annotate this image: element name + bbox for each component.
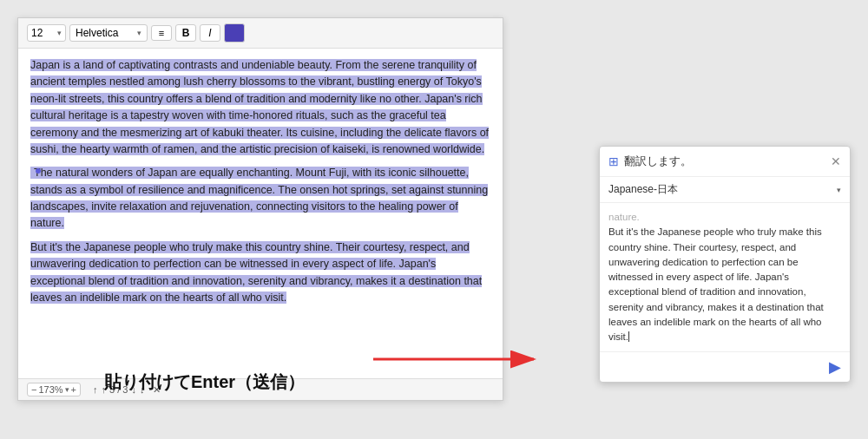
- language-select[interactable]: Japanese-日本 ▾: [600, 177, 850, 203]
- translate-icon: ⊞: [608, 154, 619, 168]
- paragraph-3-text: But it's the Japanese people who truly m…: [30, 241, 482, 304]
- instruction-text: 貼り付けてEnter（送信）: [104, 370, 305, 394]
- font-name-select[interactable]: Helvetica ▾: [69, 24, 148, 42]
- panel-close-button[interactable]: ✕: [831, 155, 841, 167]
- zoom-controls[interactable]: − 173% ▾ +: [27, 383, 81, 396]
- nav-up-1-button[interactable]: ↑: [93, 384, 98, 395]
- document-content[interactable]: Japan is a land of captivating contrasts…: [18, 49, 503, 378]
- send-button[interactable]: ▶: [829, 357, 841, 377]
- textarea-content: nature. But it's the Japanese people who…: [608, 210, 841, 344]
- textarea-main-text: But it's the Japanese people who truly m…: [608, 226, 824, 342]
- font-size-chevron-icon: ▾: [57, 29, 62, 37]
- paragraph-3: But it's the Japanese people who truly m…: [30, 239, 490, 307]
- font-name-value: Helvetica: [76, 27, 118, 39]
- panel-textarea[interactable]: nature. But it's the Japanese people who…: [600, 203, 850, 351]
- textarea-fade-text: nature.: [608, 212, 640, 222]
- italic-button[interactable]: I: [200, 24, 220, 42]
- panel-footer: ▶: [600, 351, 850, 382]
- panel-title: ⊞ 翻訳します。: [608, 154, 692, 169]
- paragraph-2-text: The natural wonders of Japan are equally…: [30, 167, 488, 229]
- paragraph-1: Japan is a land of captivating contrasts…: [30, 57, 490, 158]
- language-value: Japanese-日本: [608, 182, 678, 197]
- text-cursor-icon: [628, 331, 629, 342]
- font-size-select[interactable]: 12 ▾: [27, 24, 66, 42]
- zoom-level: 173%: [38, 384, 62, 395]
- align-button[interactable]: ≡: [151, 25, 172, 41]
- zoom-chevron-icon: ▾: [65, 385, 69, 394]
- zoom-out-icon[interactable]: −: [31, 384, 36, 395]
- font-size-value: 12: [31, 27, 43, 39]
- panel-title-text: 翻訳します。: [624, 154, 692, 169]
- arrow-icon: [373, 342, 547, 377]
- panel-header: ⊞ 翻訳します。 ✕: [600, 147, 850, 177]
- color-button[interactable]: [224, 23, 245, 43]
- translation-panel: ⊞ 翻訳します。 ✕ Japanese-日本 ▾ nature. But it'…: [599, 146, 851, 383]
- font-name-chevron-icon: ▾: [137, 29, 141, 37]
- zoom-in-icon[interactable]: +: [71, 384, 76, 395]
- toolbar: 12 ▾ Helvetica ▾ ≡ B I: [18, 18, 503, 49]
- language-chevron-icon: ▾: [837, 186, 841, 194]
- paragraph-1-text: Japan is a land of captivating contrasts…: [30, 59, 489, 155]
- bold-button[interactable]: B: [175, 24, 196, 42]
- paragraph-2: The natural wonders of Japan are equally…: [30, 165, 490, 233]
- arrow-container: [373, 342, 547, 380]
